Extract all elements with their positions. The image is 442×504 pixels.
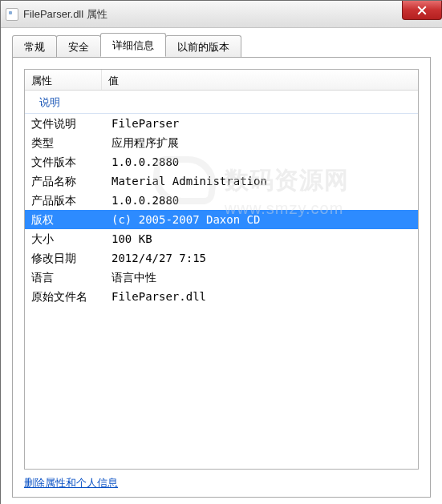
row-value: 1.0.0.2880 xyxy=(112,192,418,208)
close-button[interactable] xyxy=(402,1,442,20)
property-row[interactable]: 产品名称 Material Administration xyxy=(25,171,418,191)
row-property: 类型 xyxy=(31,135,112,151)
property-row[interactable]: 原始文件名 FileParser.dll xyxy=(25,287,418,306)
row-property: 文件说明 xyxy=(31,115,112,131)
header-cell-property[interactable]: 属性 xyxy=(25,70,102,90)
property-row[interactable]: 文件说明 FileParser xyxy=(25,114,418,133)
property-row[interactable]: 修改日期 2012/4/27 7:15 xyxy=(25,248,418,268)
tab-general[interactable]: 常规 xyxy=(12,35,57,58)
listview-header: 属性 值 xyxy=(25,70,418,91)
row-property: 产品名称 xyxy=(31,173,112,189)
row-property: 语言 xyxy=(31,269,112,285)
window-title: FileParser.dll 属性 xyxy=(23,7,107,22)
title-bar: FileParser.dll 属性 xyxy=(1,1,442,28)
close-icon xyxy=(417,6,427,15)
property-row[interactable]: 大小 100 KB xyxy=(25,229,418,248)
row-value: FileParser xyxy=(112,115,418,131)
row-property: 原始文件名 xyxy=(31,288,112,304)
row-value: 2012/4/27 7:15 xyxy=(112,250,418,266)
row-value: 应用程序扩展 xyxy=(112,135,418,151)
tab-details[interactable]: 详细信息 xyxy=(100,33,166,57)
properties-listview: 属性 值 说明 文件说明 FileParser 类型 应用程序扩展 文件版本 xyxy=(24,69,419,470)
row-property: 产品版本 xyxy=(31,192,112,208)
row-value: (c) 2005-2007 Daxon CD xyxy=(112,212,418,228)
property-row[interactable]: 文件版本 1.0.0.2880 xyxy=(25,152,418,171)
app-icon xyxy=(6,8,18,21)
property-row[interactable]: 类型 应用程序扩展 xyxy=(25,133,418,152)
row-value: Material Administration xyxy=(112,173,418,189)
property-row[interactable]: 语言 语言中性 xyxy=(25,268,418,287)
row-property: 版权 xyxy=(31,212,112,228)
remove-properties-link[interactable]: 删除属性和个人信息 xyxy=(24,476,419,490)
row-value: FileParser.dll xyxy=(112,288,418,304)
tab-security[interactable]: 安全 xyxy=(56,35,101,58)
listview-body: 说明 文件说明 FileParser 类型 应用程序扩展 文件版本 1.0.0.… xyxy=(25,91,418,469)
row-value: 1.0.0.2880 xyxy=(112,154,418,170)
row-property: 大小 xyxy=(31,231,112,247)
client-area: 常规 安全 详细信息 以前的版本 属性 值 说明 文件说明 FileParser xyxy=(1,28,442,504)
group-description: 说明 xyxy=(25,91,418,114)
row-value: 100 KB xyxy=(112,231,418,247)
tab-previous-versions[interactable]: 以前的版本 xyxy=(165,35,241,58)
row-value: 语言中性 xyxy=(112,269,418,285)
details-panel: 属性 值 说明 文件说明 FileParser 类型 应用程序扩展 文件版本 xyxy=(12,57,431,498)
property-row[interactable]: 产品版本 1.0.0.2880 xyxy=(25,191,418,210)
row-property: 文件版本 xyxy=(31,154,112,170)
tab-strip: 常规 安全 详细信息 以前的版本 xyxy=(12,34,431,57)
properties-window: FileParser.dll 属性 常规 安全 详细信息 以前的版本 属性 值 … xyxy=(0,0,442,504)
row-property: 修改日期 xyxy=(31,250,112,266)
header-cell-value[interactable]: 值 xyxy=(102,70,418,90)
property-row[interactable]: 版权 (c) 2005-2007 Daxon CD xyxy=(25,210,418,229)
